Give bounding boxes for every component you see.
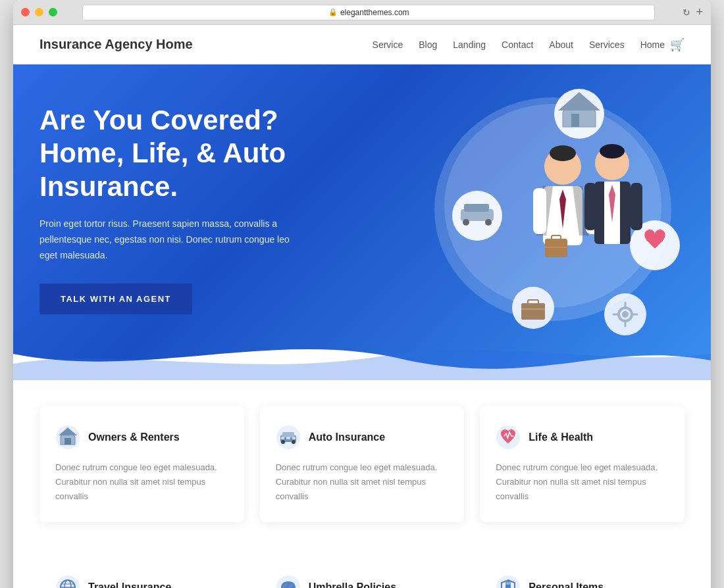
nav-link-contact[interactable]: Contact xyxy=(502,39,533,50)
svg-rect-52 xyxy=(292,437,296,439)
nav-item-about[interactable]: About xyxy=(549,39,573,51)
svg-rect-4 xyxy=(571,114,579,127)
card-title-life: Life & Health xyxy=(529,431,593,443)
site-logo[interactable]: Insurance Agency Home xyxy=(39,37,373,52)
cards-section-row1: Owners & Renters Donec rutrum congue leo… xyxy=(13,380,711,549)
hero-section: Are You Covered? Home, Life, & Auto Insu… xyxy=(13,64,711,380)
browser-window: 🔒 elegantthemes.com ↻ + Insurance Agency… xyxy=(13,0,711,588)
nav-link-landing[interactable]: Landing xyxy=(453,39,486,50)
cart-icon[interactable]: 🛒 xyxy=(670,37,685,52)
svg-point-10 xyxy=(485,219,492,226)
svg-point-9 xyxy=(463,219,469,226)
svg-point-48 xyxy=(281,440,285,444)
browser-titlebar: 🔒 elegantthemes.com ↻ + xyxy=(13,0,711,25)
svg-point-35 xyxy=(600,144,625,159)
card-desc-owners: Donec rutrum congue leo eget malesuada. … xyxy=(55,460,228,504)
address-bar[interactable]: 🔒 elegantthemes.com xyxy=(82,5,655,20)
card-title-personal: Personal Items xyxy=(529,581,604,588)
card-header-personal: Personal Items xyxy=(496,575,669,588)
nav-item-landing[interactable]: Landing xyxy=(453,39,486,51)
svg-rect-47 xyxy=(282,432,294,437)
card-title-owners: Owners & Renters xyxy=(88,431,180,443)
nav-link-about[interactable]: About xyxy=(549,39,573,50)
illustration-svg xyxy=(401,78,685,341)
hero-content: Are You Covered? Home, Life, & Auto Insu… xyxy=(39,104,355,314)
cta-button[interactable]: TALK WITH AN AGENT xyxy=(39,283,192,314)
svg-rect-8 xyxy=(464,204,489,212)
hero-title: Are You Covered? Home, Life, & Auto Insu… xyxy=(39,104,355,203)
cards-section-row2: Travel Insurance Donec rutrum congue leo… xyxy=(13,562,711,588)
house-icon xyxy=(55,425,80,450)
nav-item-home[interactable]: Home xyxy=(640,39,665,51)
svg-rect-51 xyxy=(286,437,290,439)
nav-links: Service Blog Landing Contact About Servi… xyxy=(373,39,665,51)
card-umbrella: Umbrella Policies Donec rutrum congue le… xyxy=(260,562,465,588)
svg-rect-40 xyxy=(631,183,642,230)
card-desc-auto: Donec rutrum congue leo eget malesuada. … xyxy=(276,460,449,504)
heart-icon xyxy=(496,425,521,450)
nav-item-service[interactable]: Service xyxy=(373,39,403,51)
nav-item-blog[interactable]: Blog xyxy=(419,39,437,51)
card-travel: Travel Insurance Donec rutrum congue leo… xyxy=(39,562,244,588)
card-title-umbrella: Umbrella Policies xyxy=(309,581,396,588)
minimize-button[interactable] xyxy=(35,8,43,16)
reload-button[interactable]: ↻ xyxy=(683,7,690,18)
shield-icon xyxy=(496,575,521,588)
close-button[interactable] xyxy=(21,8,30,16)
nav-item-contact[interactable]: Contact xyxy=(502,39,533,51)
hero-illustration xyxy=(401,78,685,341)
cards-grid-row1: Owners & Renters Donec rutrum congue leo… xyxy=(39,406,685,522)
nav-link-home[interactable]: Home xyxy=(640,39,665,50)
card-header-life: Life & Health xyxy=(496,425,669,450)
website-content: Insurance Agency Home Service Blog Landi… xyxy=(13,25,711,588)
nav-link-services[interactable]: Services xyxy=(589,39,625,50)
svg-rect-31 xyxy=(545,239,567,257)
card-owners-renters: Owners & Renters Donec rutrum congue leo… xyxy=(39,406,244,522)
card-header-auto: Auto Insurance xyxy=(276,425,449,450)
svg-point-24 xyxy=(550,145,576,161)
hero-description: Proin eget tortor risus. Praesent sapien… xyxy=(39,216,290,263)
nav-item-services[interactable]: Services xyxy=(589,39,625,51)
card-title-auto: Auto Insurance xyxy=(309,431,385,443)
card-life-health: Life & Health Donec rutrum congue leo eg… xyxy=(480,406,685,522)
maximize-button[interactable] xyxy=(49,8,57,16)
svg-rect-29 xyxy=(533,188,546,234)
umbrella-icon xyxy=(276,575,301,588)
url-text: elegantthemes.com xyxy=(340,8,409,17)
card-title-travel: Travel Insurance xyxy=(88,581,171,588)
nav-link-blog[interactable]: Blog xyxy=(419,39,437,50)
svg-rect-43 xyxy=(65,438,71,445)
main-nav: Insurance Agency Home Service Blog Landi… xyxy=(13,25,711,64)
svg-point-54 xyxy=(56,576,80,588)
lock-icon: 🔒 xyxy=(328,8,338,16)
card-desc-life: Donec rutrum congue leo eget malesuada. … xyxy=(496,460,669,504)
new-tab-button[interactable]: + xyxy=(696,5,703,19)
svg-rect-50 xyxy=(281,437,284,439)
card-personal: Personal Items Donec rutrum congue leo e… xyxy=(480,562,685,588)
card-header-umbrella: Umbrella Policies xyxy=(276,575,449,588)
svg-point-18 xyxy=(622,311,629,318)
nav-link-service[interactable]: Service xyxy=(373,39,403,50)
svg-rect-39 xyxy=(584,183,596,230)
globe-icon xyxy=(55,575,80,588)
svg-point-49 xyxy=(292,440,296,444)
card-header-owners: Owners & Renters xyxy=(55,425,228,450)
hero-wave xyxy=(13,328,711,380)
card-header-travel: Travel Insurance xyxy=(55,575,228,588)
car-icon xyxy=(276,425,301,450)
card-auto-insurance: Auto Insurance Donec rutrum congue leo e… xyxy=(260,406,465,522)
